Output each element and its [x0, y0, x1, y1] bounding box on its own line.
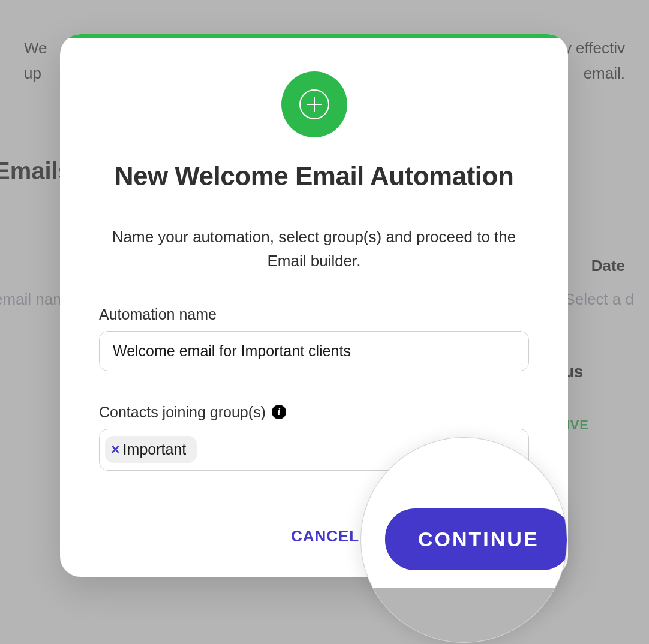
continue-button-zoom[interactable]: CONTINUE	[385, 508, 567, 570]
group-tag: × Important	[105, 436, 197, 463]
info-icon[interactable]: i	[272, 405, 286, 419]
modal-title: New Welcome Email Automation	[99, 161, 529, 191]
label-text: Automation name	[99, 306, 217, 323]
remove-tag-icon[interactable]: ×	[111, 441, 120, 458]
magnifier-lens: CONTINUE	[360, 437, 567, 643]
cancel-button[interactable]: CANCEL	[291, 527, 359, 546]
automation-name-label: Automation name	[99, 306, 529, 323]
label-text: Contacts joining group(s)	[99, 404, 266, 421]
groups-label: Contacts joining group(s) i	[99, 404, 529, 421]
automation-name-input[interactable]	[99, 331, 529, 371]
modal-accent-bar	[60, 34, 568, 38]
plus-icon	[281, 71, 347, 137]
group-tag-label: Important	[123, 441, 187, 458]
modal-subtitle: Name your automation, select group(s) an…	[99, 225, 529, 273]
